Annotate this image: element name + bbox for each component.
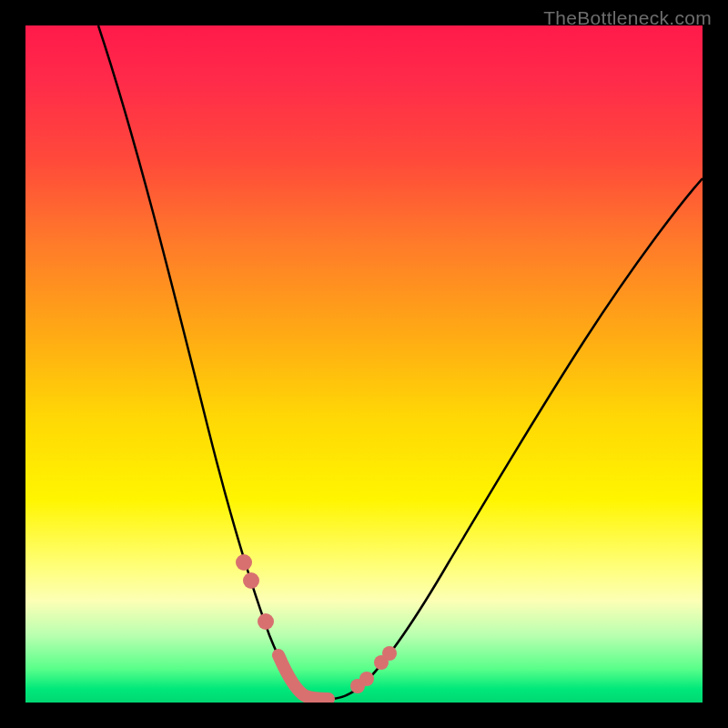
- marker-dot: [359, 672, 374, 686]
- marker-dot: [243, 572, 259, 589]
- bottleneck-curve: [98, 25, 703, 699]
- plot-area: [25, 25, 703, 703]
- marker-dot: [258, 613, 274, 630]
- watermark: TheBottleneck.com: [543, 7, 712, 29]
- marker-dot: [236, 554, 252, 571]
- marker-dot: [350, 679, 365, 693]
- valley-marker: [278, 655, 329, 699]
- marker-dot: [382, 646, 397, 661]
- marker-dot: [374, 655, 389, 670]
- curve-svg: [25, 25, 703, 703]
